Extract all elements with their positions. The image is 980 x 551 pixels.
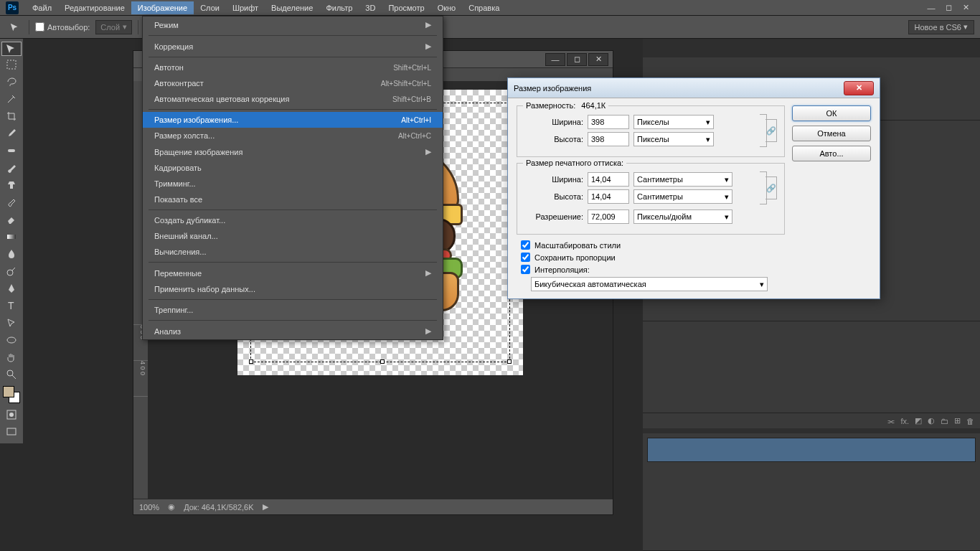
print-height-input[interactable] (588, 189, 629, 204)
svg-rect-2 (7, 235, 16, 239)
scale-styles-checkbox[interactable]: Масштабировать стили (521, 240, 785, 250)
menu-select[interactable]: Выделение (265, 1, 319, 14)
resolution-input[interactable] (588, 209, 629, 224)
ellipse-tool[interactable] (1, 331, 22, 349)
close-icon[interactable]: ✕ (957, 2, 974, 14)
zoom-tool[interactable] (1, 366, 22, 383)
gradient-tool[interactable] (1, 228, 22, 245)
doc-minimize-icon[interactable]: — (545, 53, 565, 66)
menu-help[interactable]: Справка (462, 1, 506, 14)
menu-window[interactable]: Окно (431, 1, 463, 14)
menubar: Ps Файл Редактирование Изображение Слои … (0, 0, 980, 16)
menu-item[interactable]: Размер изображения...Alt+Ctrl+I (143, 112, 443, 128)
maximize-icon[interactable]: ◻ (940, 2, 957, 14)
menu-image[interactable]: Изображение (131, 1, 194, 14)
layer-row[interactable] (647, 438, 976, 462)
workspace-dropdown[interactable]: Новое в CS6 ▾ (908, 20, 974, 34)
dodge-tool[interactable] (1, 263, 22, 280)
layers-panel[interactable]: ⫘ fx. ◩ ◐ 🗀 ⊞ 🗑 (643, 415, 980, 551)
screen-mode-icon[interactable] (1, 423, 22, 441)
menu-item[interactable]: Создать дубликат... (143, 212, 443, 228)
fx-icon[interactable]: fx. (900, 417, 909, 425)
chevron-right-icon[interactable]: ▶ (263, 502, 268, 512)
image-size-dialog: Размер изображения ✕ Размерность:464,1К … (507, 77, 880, 299)
blur-tool[interactable] (1, 245, 22, 263)
wand-tool[interactable] (1, 90, 22, 108)
pixel-width-unit[interactable]: Пикселы▾ (633, 115, 714, 129)
menu-file[interactable]: Файл (26, 1, 58, 14)
menu-item[interactable]: Кадрировать (143, 160, 443, 176)
pixel-height-unit[interactable]: Пикселы▾ (633, 132, 714, 146)
layer-dropdown[interactable]: Слой▾ (95, 20, 132, 34)
new-layer-icon[interactable]: ⊞ (954, 416, 961, 425)
ok-button[interactable]: ОК (792, 105, 871, 121)
doc-maximize-icon[interactable]: ◻ (567, 53, 587, 66)
menu-item[interactable]: АвтоконтрастAlt+Shift+Ctrl+L (143, 75, 443, 91)
menu-item[interactable]: Показать все (143, 192, 443, 207)
folder-icon[interactable]: 🗀 (941, 417, 948, 425)
print-width-unit[interactable]: Сантиметры▾ (633, 172, 732, 187)
auto-button[interactable]: Авто... (792, 146, 871, 161)
zoom-level[interactable]: 100% (139, 503, 159, 512)
interpolation-method-dropdown[interactable]: Бикубическая автоматическая▾ (531, 277, 768, 291)
menu-3d[interactable]: 3D (359, 1, 382, 14)
app-logo: Ps (6, 1, 19, 14)
menu-item[interactable]: Переменные▶ (143, 265, 443, 281)
history-brush-tool[interactable] (1, 194, 22, 211)
trash-icon[interactable]: 🗑 (966, 417, 974, 425)
dialog-titlebar[interactable]: Размер изображения ✕ (508, 78, 880, 98)
menu-item[interactable]: Тримминг... (143, 176, 443, 192)
doc-close-icon[interactable]: ✕ (588, 53, 608, 66)
menu-item[interactable]: Анализ▶ (143, 323, 443, 339)
menu-layers[interactable]: Слои (194, 1, 226, 14)
lasso-tool[interactable] (1, 73, 22, 90)
adjust-icon[interactable]: ◐ (928, 416, 935, 425)
move-tool-icon (6, 19, 23, 36)
crop-tool[interactable] (1, 108, 22, 125)
move-tool[interactable] (1, 42, 22, 56)
pen-tool[interactable] (1, 280, 22, 297)
pixel-width-input[interactable] (588, 115, 629, 129)
link-icon[interactable]: 🔗 (765, 176, 777, 199)
path-select-tool[interactable] (1, 314, 22, 331)
menu-view[interactable]: Просмотр (382, 1, 430, 14)
menu-item[interactable]: Применить набор данных... (143, 281, 443, 297)
menu-filter[interactable]: Фильтр (319, 1, 359, 14)
menu-item[interactable]: Вращение изображения▶ (143, 143, 443, 160)
minimize-icon[interactable]: — (923, 2, 940, 14)
color-swatch[interactable] (3, 386, 20, 403)
dialog-close-button[interactable]: ✕ (844, 81, 874, 95)
constrain-proportions-checkbox[interactable]: Сохранить пропорции (521, 253, 785, 262)
dialog-title: Размер изображения (514, 84, 591, 93)
quick-mask-icon[interactable] (1, 406, 22, 423)
link-icon[interactable]: ⫘ (887, 417, 895, 425)
menu-edit[interactable]: Редактирование (58, 1, 131, 14)
mask-icon[interactable]: ◩ (915, 416, 922, 425)
brush-tool[interactable] (1, 159, 22, 176)
menu-item[interactable]: Внешний канал... (143, 228, 443, 244)
pixel-height-input[interactable] (588, 132, 629, 146)
resolution-unit[interactable]: Пикселы/дюйм▾ (633, 209, 732, 224)
clone-tool[interactable] (1, 176, 22, 194)
print-height-unit[interactable]: Сантиметры▾ (633, 189, 732, 204)
menu-item[interactable]: Автоматическая цветовая коррекцияShift+C… (143, 91, 443, 107)
menu-item[interactable]: Размер холста...Alt+Ctrl+C (143, 128, 443, 143)
hand-tool[interactable] (1, 349, 22, 366)
eye-icon[interactable]: ◉ (168, 502, 175, 512)
marquee-tool[interactable] (1, 56, 22, 73)
eyedropper-tool[interactable] (1, 125, 22, 142)
spot-heal-tool[interactable] (1, 142, 22, 159)
menu-item[interactable]: Коррекция▶ (143, 38, 443, 55)
menu-item[interactable]: Режим▶ (143, 17, 443, 33)
menu-type[interactable]: Шрифт (226, 1, 265, 14)
type-tool[interactable]: T (1, 297, 22, 314)
interpolation-checkbox[interactable]: Интерполяция: (521, 265, 785, 274)
cancel-button[interactable]: Отмена (792, 126, 871, 141)
link-icon[interactable]: 🔗 (765, 119, 777, 142)
menu-item[interactable]: АвтотонShift+Ctrl+L (143, 60, 443, 75)
menu-item[interactable]: Вычисления... (143, 244, 443, 260)
menu-item[interactable]: Треппинг... (143, 302, 443, 318)
eraser-tool[interactable] (1, 211, 22, 228)
auto-select-checkbox[interactable]: Автовыбор: (35, 22, 90, 32)
print-width-input[interactable] (588, 172, 629, 187)
